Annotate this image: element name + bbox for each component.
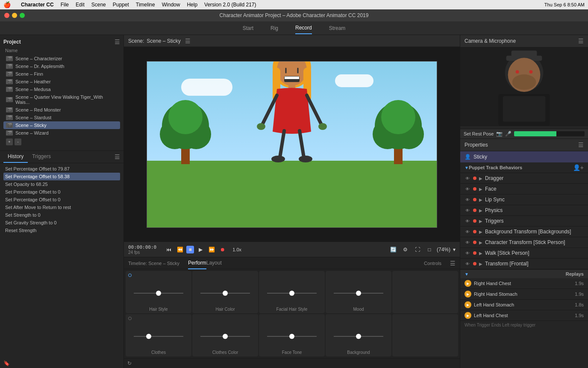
scene-item[interactable]: 🎬Scene – Characterizer [3, 55, 120, 62]
visibility-toggle[interactable]: 👁 [465, 175, 470, 181]
scene-item-sticky[interactable]: 🎬Scene – Sticky [3, 121, 120, 129]
app-name[interactable]: Character CC [21, 2, 54, 8]
play-button[interactable]: ▶ [196, 245, 205, 254]
step-forward-button[interactable]: ⏩ [207, 245, 216, 254]
replay-play-button[interactable]: ▶ [465, 312, 471, 319]
scene-item[interactable]: 🎬Scene – Wizard [3, 129, 120, 137]
expand-arrow[interactable]: ▶ [479, 208, 482, 213]
tab-triggers[interactable]: Triggers [28, 151, 55, 163]
skip-to-start-button[interactable]: ⏮ [164, 245, 173, 254]
slider-thumb[interactable] [223, 291, 228, 296]
scene-item[interactable]: 🎬Scene – Medusa [3, 85, 120, 93]
slider-thumb[interactable] [146, 334, 151, 339]
rest-pose-label[interactable]: Set Rest Pose [464, 131, 494, 136]
history-item[interactable]: Set Opacity to 68.25 [3, 180, 120, 188]
properties-menu-icon[interactable]: ☰ [578, 141, 584, 148]
record-button[interactable]: ⏺ [218, 245, 227, 254]
file-menu[interactable]: File [61, 2, 69, 8]
zoom-chevron[interactable]: ▾ [453, 247, 456, 253]
delete-scene-button[interactable]: - [15, 138, 21, 145]
expand-arrow[interactable]: ▶ [479, 251, 482, 256]
history-item[interactable]: Set Strength to 0 [3, 211, 120, 219]
expand-arrow[interactable]: ▶ [479, 197, 482, 202]
control-hair-style[interactable]: Hair Style [126, 271, 191, 313]
slider-thumb[interactable] [289, 291, 294, 296]
edit-menu[interactable]: Edit [76, 2, 85, 8]
settings-button[interactable]: ⚙ [401, 245, 410, 254]
behavior-walk[interactable]: 👁 ▶ Walk [Stick Person] [460, 248, 588, 259]
visibility-toggle[interactable]: 👁 [465, 218, 470, 224]
control-slider[interactable] [194, 324, 256, 349]
replay-play-button[interactable]: ▶ [465, 280, 471, 287]
tab-stream[interactable]: Stream [329, 23, 346, 34]
scene-menu[interactable]: Scene [91, 2, 106, 8]
tab-layout[interactable]: Layout [206, 257, 222, 269]
visibility-toggle[interactable]: 👁 [465, 239, 470, 245]
collapse-arrow[interactable]: ▼ [465, 165, 469, 170]
replay-item-0[interactable]: ▶ Right Hand Chest 1.9s [460, 278, 588, 289]
scene-item[interactable]: 🎬Scene – Stardust [3, 114, 120, 121]
controls-menu-icon[interactable]: ☰ [450, 260, 456, 267]
puppet-menu[interactable]: Puppet [113, 2, 129, 8]
minimize-button[interactable] [12, 13, 17, 18]
control-slider[interactable] [327, 280, 390, 306]
replay-item-1[interactable]: ▶ Right Hand Stomach 1.9s [460, 289, 588, 300]
timeline-menu[interactable]: Timeline [136, 2, 155, 8]
visibility-toggle[interactable]: 👁 [465, 229, 470, 235]
mic-icon[interactable]: 🎤 [505, 131, 512, 137]
expand-arrow[interactable]: ▶ [479, 240, 482, 245]
behavior-transform[interactable]: 👁 ▶ Transform [Frontal] [460, 259, 588, 269]
scene-item-heather[interactable]: 🎬Scene – Heather [3, 78, 120, 85]
behavior-bg-transform[interactable]: 👁 ▶ Background Transform [Backgrounds] [460, 227, 588, 237]
replay-item-2[interactable]: ▶ Left Hand Stomach 1.8s [460, 300, 588, 310]
visibility-toggle[interactable]: 👁 [465, 197, 470, 203]
tab-rig[interactable]: Rig [270, 23, 278, 34]
loop-button[interactable]: 🔄 [389, 245, 398, 254]
expand-arrow[interactable]: ▶ [479, 176, 482, 181]
bookmark-icon[interactable]: 🔖 [3, 360, 10, 366]
layout-button[interactable]: □ [425, 245, 434, 254]
replay-play-button[interactable]: ▶ [465, 301, 471, 308]
slider-thumb[interactable] [356, 334, 361, 339]
history-item[interactable]: Set After Move to Return to rest [3, 203, 120, 211]
replay-item-3[interactable]: ▶ Left Hand Chest 1.9s [460, 310, 588, 321]
control-clothes[interactable]: Clothes [126, 314, 191, 356]
visibility-toggle[interactable]: 👁 [465, 250, 470, 256]
control-slider[interactable] [261, 324, 323, 349]
control-slider[interactable] [127, 324, 190, 349]
slider-thumb[interactable] [289, 334, 294, 339]
scene-item[interactable]: 🎬Scene – Quarter View Walking Tiger_With… [3, 93, 120, 106]
apple-menu[interactable]: 🍎 [3, 1, 11, 8]
add-behavior-icon[interactable]: 👤+ [573, 164, 584, 171]
behavior-dragger[interactable]: 👁 ▶ Dragger [460, 173, 588, 184]
replay-play-button[interactable]: ▶ [465, 291, 471, 297]
behavior-lip-sync[interactable]: 👁 ▶ Lip Sync [460, 194, 588, 205]
behavior-triggers[interactable]: 👁 ▶ Triggers [460, 216, 588, 227]
stop-button[interactable]: ■ [186, 246, 194, 253]
close-button[interactable] [4, 13, 9, 18]
history-item-selected[interactable]: Set Percentage Offset to 58.38 [3, 173, 120, 180]
history-menu-icon[interactable]: ☰ [115, 153, 120, 160]
scene-item[interactable]: 🎬Scene – Red Monster [3, 106, 120, 114]
expand-arrow[interactable]: ▶ [479, 230, 482, 234]
expand-arrow[interactable]: ▶ [479, 219, 482, 224]
slider-thumb[interactable] [356, 291, 361, 296]
history-item[interactable]: Set Gravity Strength to 0 [3, 219, 120, 227]
help-menu[interactable]: Help [187, 2, 197, 8]
tab-perform[interactable]: Perform [188, 257, 206, 269]
control-slider[interactable] [327, 324, 390, 349]
behavior-char-transform[interactable]: 👁 ▶ Character Transform [Stick Person] [460, 237, 588, 248]
maximize-button[interactable] [20, 13, 25, 18]
visibility-toggle[interactable]: 👁 [465, 261, 470, 267]
scene-item[interactable]: 🎬Scene – Dr. Applesmith [3, 62, 120, 70]
add-scene-button[interactable]: + [6, 138, 13, 145]
camera-menu-icon[interactable]: ☰ [578, 38, 584, 44]
control-clothes-color[interactable]: Clothes Color [192, 314, 258, 356]
expand-arrow[interactable]: ▶ [479, 262, 482, 266]
control-hair-color[interactable]: Hair Color [192, 271, 258, 313]
behavior-face[interactable]: 👁 ▶ Face [460, 184, 588, 194]
history-item[interactable]: Set Percentage Offset to 0 [3, 188, 120, 196]
tab-record[interactable]: Record [295, 22, 312, 34]
camera-icon[interactable]: 📷 [496, 131, 503, 137]
control-slider[interactable] [127, 280, 190, 306]
